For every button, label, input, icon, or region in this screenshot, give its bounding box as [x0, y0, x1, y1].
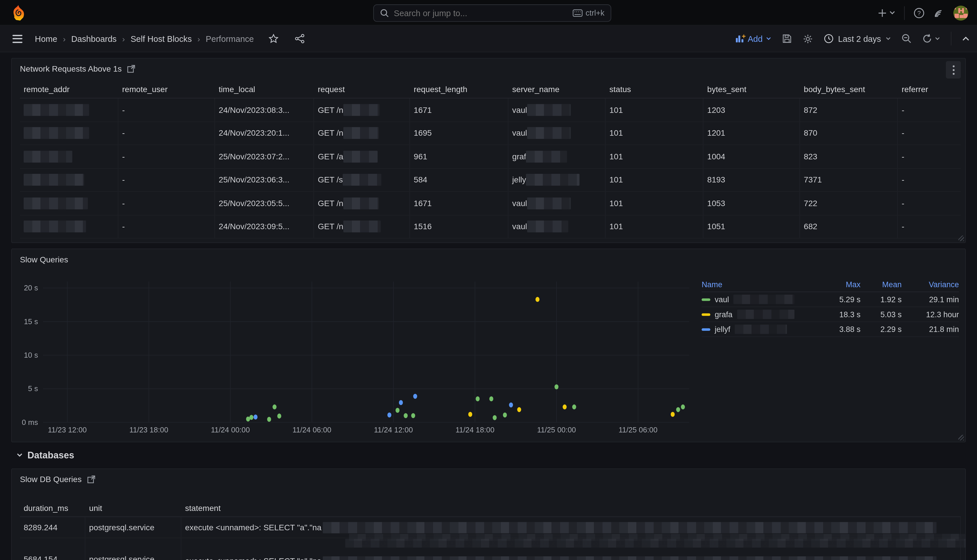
cell-body-bytes-sent: 823 [800, 145, 898, 168]
cell-unit: postgresql.service [85, 517, 181, 537]
cell-server-name: vaul [509, 98, 606, 121]
cell-duration: 8289.244 [20, 517, 85, 537]
panel-title-text: Slow Queries [20, 255, 68, 264]
table-row[interactable]: -25/Nov/2023:07:2...GET /a961graf1011004… [20, 145, 961, 168]
col-request[interactable]: request [314, 84, 410, 93]
col-request-length[interactable]: request_length [410, 84, 509, 93]
col-status[interactable]: status [606, 84, 704, 93]
plus-icon [878, 8, 887, 17]
dashboard-nav-bar: Home › Dashboards › Self Host Blocks › P… [0, 25, 977, 52]
svg-text:15 s: 15 s [24, 318, 38, 326]
table-row[interactable]: -24/Nov/2023:20:1...GET /n1695vaul101120… [20, 122, 961, 145]
legend-col-name[interactable]: Name [702, 280, 820, 289]
col-body-bytes-sent[interactable]: body_bytes_sent [800, 84, 898, 93]
cell-remote-addr [20, 122, 118, 145]
legend-row[interactable]: grafa 18.3 s 5.03 s 12.3 hour [702, 307, 959, 322]
series-mean: 1.92 s [860, 295, 901, 304]
legend-col-variance[interactable]: Variance [902, 280, 959, 289]
breadcrumb-separator-icon: › [63, 34, 65, 43]
table-row[interactable]: -24/Nov/2023:09:5...GET /n1516vaul101105… [20, 215, 961, 239]
col-bytes-sent[interactable]: bytes_sent [704, 84, 800, 93]
refresh-button[interactable] [922, 34, 940, 44]
panel-resize-handle[interactable] [958, 435, 964, 440]
add-panel-button[interactable]: + Add [736, 34, 772, 43]
databases-section-toggle[interactable]: Databases [16, 450, 74, 460]
redacted-text [24, 221, 86, 233]
breadcrumb-home[interactable]: Home [35, 34, 57, 43]
cell-status: 101 [606, 145, 704, 168]
table-row[interactable]: 8289.244 postgresql.service execute <unn… [20, 517, 961, 538]
zoom-out-icon[interactable] [902, 34, 912, 44]
col-time-local[interactable]: time_local [215, 84, 314, 93]
cell-referrer: - [898, 168, 961, 192]
add-label: Add [748, 34, 763, 43]
redacted-text [734, 295, 795, 304]
series-name: jellyf [715, 325, 730, 334]
col-duration-ms[interactable]: duration_ms [20, 503, 85, 512]
legend-col-mean[interactable]: Mean [860, 280, 901, 289]
panel-title[interactable]: Slow Queries [20, 255, 68, 264]
redacted-text [737, 310, 794, 319]
col-remote-addr[interactable]: remote_addr [20, 84, 118, 93]
search-input[interactable] [394, 8, 568, 18]
cell-request-length: 1516 [410, 215, 509, 238]
panel-resize-handle[interactable] [958, 235, 964, 241]
chart-legend: Name Max Mean Variance vaul 5.29 s 1.92 … [702, 278, 959, 337]
cell-bytes-sent: 1004 [704, 145, 800, 168]
legend-col-max[interactable]: Max [820, 280, 860, 289]
cell-request-length: 1671 [410, 98, 509, 121]
search-bar[interactable]: ctrl+k [373, 4, 611, 22]
new-button[interactable] [878, 8, 895, 17]
redacted-text [527, 104, 571, 116]
col-remote-user[interactable]: remote_user [118, 84, 215, 93]
cell-request-length: 1671 [410, 192, 509, 215]
redacted-text [343, 151, 378, 163]
top-bar: ctrl+k ? [0, 0, 977, 25]
grafana-logo-icon[interactable] [11, 5, 26, 20]
panel-menu-button[interactable] [946, 61, 961, 78]
cell-remote-addr [20, 98, 118, 121]
cell-remote-user: - [118, 145, 215, 168]
col-unit[interactable]: unit [85, 503, 181, 512]
cell-time-local: 24/Nov/2023:20:1... [215, 122, 314, 145]
save-icon[interactable] [782, 34, 792, 44]
share-icon[interactable] [295, 34, 305, 44]
col-statement[interactable]: statement [181, 503, 961, 512]
svg-text:10 s: 10 s [24, 351, 38, 359]
favorite-star-icon[interactable] [269, 34, 279, 44]
cell-remote-user: - [118, 215, 215, 238]
collapse-up-icon[interactable] [962, 36, 969, 41]
svg-text:11/24 18:00: 11/24 18:00 [455, 426, 495, 434]
svg-text:11/23 12:00: 11/23 12:00 [48, 426, 87, 434]
legend-row[interactable]: jellyf 3.88 s 2.29 s 21.8 min [702, 322, 959, 337]
breadcrumb-folder[interactable]: Self Host Blocks [130, 34, 192, 43]
breadcrumb-dashboards[interactable]: Dashboards [71, 34, 117, 43]
search-icon [380, 9, 389, 17]
col-server-name[interactable]: server_name [509, 84, 606, 93]
table-row[interactable]: -25/Nov/2023:05:5...GET /n1671vaul101105… [20, 192, 961, 215]
table-row[interactable]: 5684.154 postgresql.service execute <unn… [20, 538, 961, 560]
external-link-icon[interactable] [87, 475, 95, 483]
cell-server-name: vaul [509, 122, 606, 145]
menu-toggle-button[interactable] [12, 35, 23, 43]
table-header-row: duration_ms unit statement [20, 499, 961, 517]
divider [904, 6, 905, 20]
settings-gear-icon[interactable] [803, 33, 813, 44]
time-range-picker[interactable]: Last 2 days [824, 34, 891, 44]
external-link-icon[interactable] [127, 65, 135, 73]
series-name: vaul [715, 295, 729, 304]
breadcrumb-separator-icon: › [122, 34, 125, 43]
user-avatar[interactable] [953, 5, 968, 20]
slow-db-queries-panel: Slow DB Queries duration_ms unit stateme… [11, 468, 966, 560]
news-button[interactable] [934, 7, 945, 18]
legend-row[interactable]: vaul 5.29 s 1.92 s 29.1 min [702, 292, 959, 307]
table-row[interactable]: -25/Nov/2023:06:3...GET /s584jelly101819… [20, 168, 961, 192]
redacted-text [527, 197, 571, 209]
table-row[interactable]: -24/Nov/2023:08:3...GET /n1671vaul101120… [20, 98, 961, 122]
panel-title[interactable]: Network Requests Above 1s [20, 64, 135, 73]
col-referrer[interactable]: referrer [898, 84, 961, 93]
redacted-text [527, 221, 568, 233]
panel-title[interactable]: Slow DB Queries [20, 475, 95, 484]
cell-bytes-sent: 1051 [704, 215, 800, 238]
help-button[interactable]: ? [914, 7, 925, 18]
